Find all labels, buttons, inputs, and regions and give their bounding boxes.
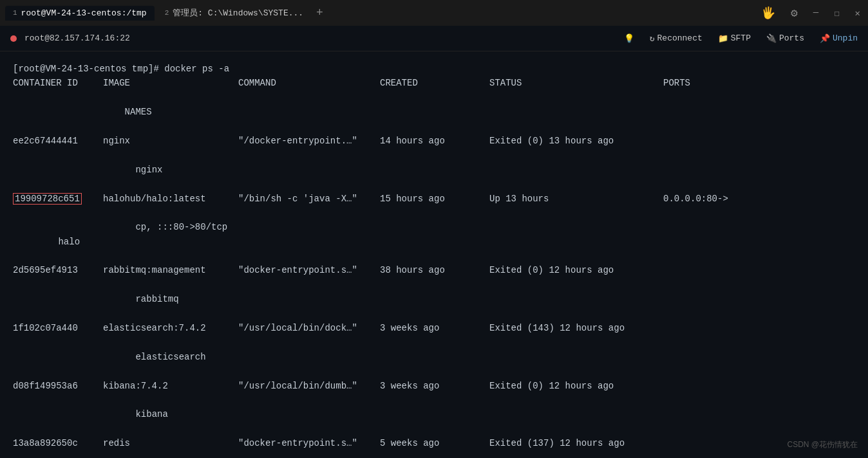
row-6-names: redis [13, 451, 855, 458]
table-row: 1f102c07a440 elasticsearch:7.4.2 "/usr/l… [13, 321, 855, 379]
row-5-main: d08f149953a6 kibana:7.4.2 "/usr/local/bi… [13, 379, 855, 393]
col-names: NAMES [35, 105, 152, 119]
col-created: CREATED [380, 76, 489, 90]
tab-1[interactable]: 1 root@VM-24-13-centos:/tmp [5, 6, 155, 21]
row-3-main: 2d5695ef4913 rabbitmq:management "docker… [13, 263, 855, 277]
row-1-names: nginx [13, 148, 855, 191]
col-command: COMMAND [238, 76, 380, 90]
row-1-image: nginx [103, 134, 238, 148]
unpin-button[interactable]: 📌 Unpin [820, 33, 858, 44]
col-status: STATUS [489, 76, 663, 90]
row-4-id: 1f102c07a440 [13, 321, 103, 335]
row-5-created: 3 weeks ago [380, 379, 489, 393]
window-controls: 🖐 ⚙ ─ ☐ ✕ [759, 3, 863, 23]
row-4-created: 3 weeks ago [380, 321, 489, 335]
sftp-button[interactable]: 📁 SFTP [718, 33, 751, 44]
settings-icon[interactable]: ⚙ [788, 3, 800, 23]
row-3-id: 2d5695ef4913 [13, 263, 103, 277]
row-5-command: "/usr/local/bin/dumb…" [238, 379, 380, 393]
row-5-image: kibana:7.4.2 [103, 379, 238, 393]
row-5-name: kibana [45, 409, 167, 419]
unpin-label: Unpin [833, 33, 858, 43]
col-container-id: CONTAINER ID [13, 76, 103, 90]
sftp-label: SFTP [731, 33, 751, 43]
hand-icon[interactable]: 🖐 [759, 3, 778, 23]
table-row: ee2c67444441 nginx "/docker-entrypoint.…… [13, 134, 855, 192]
ports-icon: 🔌 [766, 33, 777, 44]
row-2-image: halohub/halo:latest [103, 192, 238, 206]
titlebar: 1 root@VM-24-13-centos:/tmp 2 管理员: C:\Wi… [0, 0, 868, 26]
row-4-status: Exited (143) 12 hours ago [489, 321, 663, 335]
row-1-main: ee2c67444441 nginx "/docker-entrypoint.…… [13, 134, 855, 148]
tab-1-num: 1 [13, 9, 17, 17]
watermark: CSDN @花伤情犹在 [787, 439, 858, 450]
row-4-name: elasticsearch [45, 352, 205, 362]
row-2-ports-names: cp, :::80->80/tcp halo [13, 206, 855, 264]
tab-2-num: 2 [165, 9, 169, 17]
tab-1-label: root@VM-24-13-centos:/tmp [21, 8, 147, 18]
col-ports: PORTS [663, 76, 728, 90]
row-6-command: "docker-entrypoint.s…" [238, 436, 380, 450]
table-row: d08f149953a6 kibana:7.4.2 "/usr/local/bi… [13, 379, 855, 437]
reconnect-icon: ↻ [650, 33, 655, 44]
row-2-name: halo [45, 237, 80, 247]
row-2-id: 19909728c651 [13, 192, 103, 206]
row-6-main: 13a8a892650c redis "docker-entrypoint.s…… [13, 436, 855, 450]
pin-icon: 📌 [820, 33, 830, 44]
row-1-created: 14 hours ago [380, 134, 489, 148]
row-3-created: 38 hours ago [380, 263, 489, 277]
row-4-names: elasticsearch [13, 335, 855, 378]
row-6-image: redis [103, 436, 238, 450]
row-5-id: d08f149953a6 [13, 379, 103, 393]
tab-2[interactable]: 2 管理员: C:\Windows\SYSTE... [157, 5, 311, 21]
row-2-ports: 0.0.0.0:80-> [663, 192, 728, 206]
row-5-names: kibana [13, 393, 855, 436]
row-1-id: ee2c67444441 [13, 134, 103, 148]
row-4-image: elasticsearch:7.4.2 [103, 321, 238, 335]
connection-status-dot [10, 35, 17, 42]
maximize-button[interactable]: ☐ [831, 5, 842, 21]
close-button[interactable]: ✕ [853, 5, 863, 21]
row-2-command: "/bin/sh -c 'java -X…" [238, 192, 380, 206]
table-row: 2d5695ef4913 rabbitmq:management "docker… [13, 263, 855, 321]
reconnect-label: Reconnect [657, 33, 703, 43]
ports-label: Ports [779, 33, 804, 43]
row-2-created: 15 hours ago [380, 192, 489, 206]
table-header: CONTAINER ID IMAGE COMMAND CREATED STATU… [13, 76, 855, 90]
row-4-command: "/usr/local/bin/dock…" [238, 321, 380, 335]
row-3-names: rabbitmq [13, 278, 855, 321]
table-row: 13a8a892650c redis "docker-entrypoint.s…… [13, 436, 855, 458]
row-1-name: nginx [45, 165, 162, 175]
col-image: IMAGE [103, 76, 238, 90]
highlighted-container-id: 19909728c651 [13, 193, 82, 205]
table-row: 19909728c651 halohub/halo:latest "/bin/s… [13, 192, 855, 264]
row-6-created: 5 weeks ago [380, 436, 489, 450]
connection-bar: root@82.157.174.16:22 💡 ↻ Reconnect 📁 SF… [0, 26, 868, 51]
ports-button[interactable]: 🔌 Ports [766, 33, 804, 44]
row-2-ports-cont: cp, :::80->80/tcp [45, 222, 227, 232]
new-tab-button[interactable]: + [314, 4, 326, 22]
row-2-main: 19909728c651 halohub/halo:latest "/bin/s… [13, 192, 855, 206]
row-1-status: Exited (0) 13 hours ago [489, 134, 663, 148]
row-6-id: 13a8a892650c [13, 436, 103, 450]
minimize-button[interactable]: ─ [811, 5, 821, 21]
table-header-names: NAMES [13, 91, 855, 134]
row-3-name: rabbitmq [45, 294, 178, 304]
row-3-command: "docker-entrypoint.s…" [238, 263, 380, 277]
row-3-status: Exited (0) 12 hours ago [489, 263, 663, 277]
connection-actions: 💡 ↻ Reconnect 📁 SFTP 🔌 Ports 📌 Unpin [624, 33, 858, 44]
row-5-status: Exited (0) 12 hours ago [489, 379, 663, 393]
row-4-main: 1f102c07a440 elasticsearch:7.4.2 "/usr/l… [13, 321, 855, 335]
connection-host: root@82.157.174.16:22 [24, 33, 130, 43]
sftp-icon: 📁 [718, 33, 728, 44]
row-2-status: Up 13 hours [489, 192, 663, 206]
row-6-status: Exited (137) 12 hours ago [489, 436, 663, 450]
row-3-image: rabbitmq:management [103, 263, 238, 277]
tab-2-label: 管理员: C:\Windows\SYSTE... [173, 7, 303, 19]
hint-icon: 💡 [624, 33, 634, 44]
terminal[interactable]: [root@VM-24-13-centos tmp]# docker ps -a… [0, 51, 868, 458]
reconnect-button[interactable]: ↻ Reconnect [650, 33, 703, 44]
row-1-command: "/docker-entrypoint.…" [238, 134, 380, 148]
hint-button[interactable]: 💡 [624, 33, 634, 44]
command-line-1: [root@VM-24-13-centos tmp]# docker ps -a [13, 62, 855, 76]
